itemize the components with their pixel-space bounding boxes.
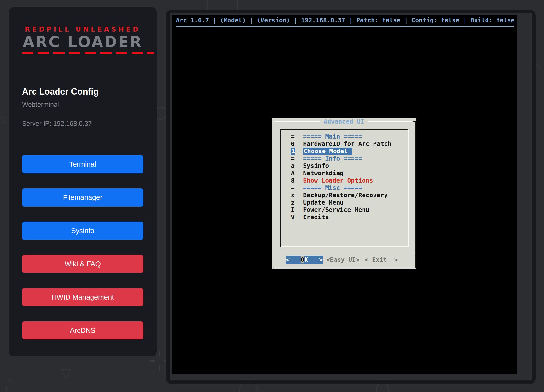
menu-item-section-misc[interactable]: = ===== Misc ===== — [281, 184, 408, 192]
menu-item-update-menu[interactable]: z Update Menu — [281, 199, 408, 206]
menu-label: Sysinfo — [303, 162, 329, 170]
ok-button[interactable]: < OK > — [286, 256, 323, 264]
menu-label: Credits — [303, 214, 329, 221]
logo-redpill-unleashed: REDPILL UNLEASHED — [22, 25, 143, 33]
decor-dash-icon — [1, 116, 5, 119]
menu-tag: = — [291, 133, 295, 140]
menu-item-section-main[interactable]: = ===== Main ===== — [281, 133, 408, 140]
decor-asterisk-icon: ✳ — [3, 386, 10, 392]
menu-label: Show Loader Options — [303, 177, 373, 184]
filemanager-button[interactable]: Filemanager — [22, 188, 143, 207]
menu-label: Update Menu — [303, 199, 344, 206]
menu-tag: I — [291, 206, 295, 214]
terminal-button[interactable]: Terminal — [22, 155, 143, 173]
hwid-management-button[interactable]: HWID Management — [22, 288, 143, 306]
menu-item-credits[interactable]: V Credits — [281, 214, 408, 221]
menu-tag: x — [291, 192, 295, 199]
menu-label: ===== Info ===== — [303, 155, 362, 162]
menu-item-backup-restore[interactable]: x Backup/Restore/Recovery — [281, 192, 408, 199]
terminal-status-underline — [176, 26, 514, 27]
arcdns-button[interactable]: ArcDNS — [22, 321, 143, 339]
ok-button-cursor: O — [301, 256, 304, 263]
menu-label: ===== Main ===== — [303, 133, 362, 140]
sysinfo-button[interactable]: Sysinfo — [22, 222, 143, 240]
menu-tag: a — [291, 162, 295, 170]
menu-item-section-info[interactable]: = ===== Info ===== — [281, 155, 408, 162]
dialog-advanced-ui: Advanced UI = ===== Main ===== 0 Hardwar… — [272, 118, 416, 269]
dialog-button-row: < OK > <Easy UI> < Exit > — [272, 256, 416, 264]
terminal-window: Arc 1.6.7 | (Model) | (Version) | 192.16… — [166, 10, 536, 384]
logo-arc-loader: ARC LOADER — [22, 34, 143, 50]
dialog-border-right — [415, 121, 416, 268]
terminal-panel: Arc 1.6.7 | (Model) | (Version) | 192.16… — [170, 13, 532, 380]
ok-button-text: K > — [304, 256, 323, 263]
decor-dash-icon — [2, 120, 6, 124]
exit-button[interactable]: < Exit > — [365, 256, 398, 264]
page-title: Arc Loader Config — [22, 86, 143, 97]
menu-tag: z — [291, 199, 295, 206]
dialog-border-left — [273, 121, 273, 268]
menu-item-networkdiag[interactable]: A Networkdiag — [281, 170, 408, 177]
easy-ui-button[interactable]: <Easy UI> — [326, 256, 359, 264]
menu-item-choose-model[interactable]: 1 Choose Model — [281, 148, 408, 155]
terminal-screen[interactable]: Arc 1.6.7 | (Model) | (Version) | 192.16… — [172, 15, 517, 374]
menu-label: HardwareID for Arc Patch — [303, 140, 391, 148]
dialog-button-separator — [274, 253, 413, 253]
menu-tag: 1 — [291, 148, 295, 155]
menu-tag: 0 — [291, 140, 295, 148]
menu-tag: 8 — [291, 177, 295, 184]
wiki-faq-button[interactable]: Wiki & FAQ — [22, 255, 143, 273]
menu-item-power-service[interactable]: I Power/Service Menu — [281, 206, 408, 214]
menu-tag: A — [291, 170, 295, 177]
dialog-button-separator-corner — [413, 253, 416, 253]
page-subtitle: Webterminal — [22, 100, 143, 109]
ok-button-text: < — [286, 256, 301, 263]
menu-tag: V — [291, 214, 295, 221]
menu-item-hardwareid[interactable]: 0 HardwareID for Arc Patch — [281, 140, 408, 148]
menu-listbox: = ===== Main ===== 0 HardwareID for Arc … — [280, 129, 409, 247]
server-ip-label: Server IP: 192.168.0.37 — [22, 120, 143, 128]
page: ▽ ✕ ✳ ∿ REDPILL UNLEASHED ARC LOADER Arc… — [0, 0, 544, 392]
sidebar: REDPILL UNLEASHED ARC LOADER Arc Loader … — [9, 7, 157, 356]
menu-tag: = — [291, 184, 295, 192]
logo-dashed-line — [22, 52, 154, 54]
dialog-title-row: Advanced UI — [272, 118, 416, 125]
menu-label: ===== Misc ===== — [303, 184, 362, 192]
menu-label: Backup/Restore/Recovery — [303, 192, 388, 199]
decor-cross-icon: ✕ — [6, 377, 13, 385]
menu-tag: = — [291, 155, 295, 162]
terminal-status-line: Arc 1.6.7 | (Model) | (Version) | 192.16… — [176, 16, 515, 24]
menu-label: Power/Service Menu — [303, 206, 369, 214]
menu-item-show-loader-options[interactable]: 8 Show Loader Options — [281, 177, 408, 184]
dialog-border-bottom — [273, 268, 416, 268]
dialog-title: Advanced UI — [320, 118, 368, 125]
menu-item-sysinfo[interactable]: a Sysinfo — [281, 162, 408, 170]
menu-label: Choose Model — [303, 148, 352, 155]
decor-triangle-icon: ▽ — [61, 366, 71, 380]
menu-label: Networkdiag — [303, 170, 344, 177]
